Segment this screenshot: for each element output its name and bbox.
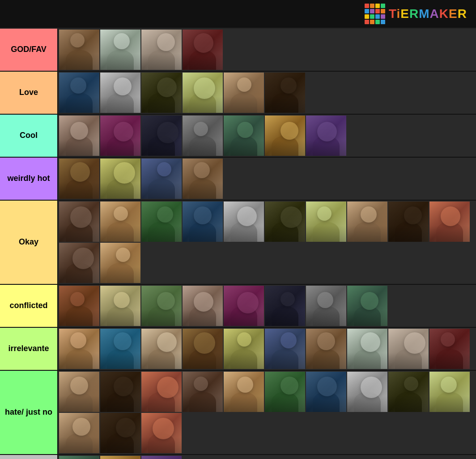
- character-card[interactable]: [224, 329, 264, 369]
- tier-row-cool: Cool: [0, 115, 476, 158]
- tier-content-love: [57, 72, 476, 114]
- character-card[interactable]: [141, 329, 182, 369]
- logo-dot: [365, 9, 369, 13]
- character-card[interactable]: [388, 329, 429, 369]
- logo-dot: [375, 9, 380, 13]
- character-card[interactable]: [59, 116, 99, 156]
- logo-dot: [370, 4, 374, 8]
- tier-row-irrelevante: irrelevante: [0, 328, 476, 371]
- character-card[interactable]: [183, 372, 223, 412]
- character-card[interactable]: [59, 159, 99, 199]
- character-card[interactable]: [265, 372, 305, 412]
- tier-content-weirdly: [57, 158, 476, 200]
- character-card[interactable]: [429, 202, 470, 242]
- tier-label-god: GOD/FAV: [0, 29, 57, 71]
- character-card[interactable]: [100, 286, 140, 326]
- character-card[interactable]: [59, 329, 99, 369]
- character-card[interactable]: [306, 286, 346, 326]
- character-card[interactable]: [100, 116, 140, 156]
- character-card[interactable]: [224, 202, 264, 242]
- character-card[interactable]: [183, 30, 223, 70]
- character-card[interactable]: [59, 243, 99, 283]
- character-card[interactable]: [388, 202, 429, 242]
- character-card[interactable]: [265, 202, 305, 242]
- character-card[interactable]: [59, 73, 99, 113]
- character-card[interactable]: [141, 456, 182, 459]
- tier-label-weirdly: weirdly hot: [0, 158, 57, 200]
- logo-dot: [365, 14, 369, 19]
- tier-row-god: GOD/FAV: [0, 29, 476, 72]
- character-card[interactable]: [306, 202, 346, 242]
- character-card[interactable]: [183, 329, 223, 369]
- tier-label-hate: hate/ just no: [0, 371, 57, 454]
- character-card[interactable]: [100, 159, 140, 199]
- character-card[interactable]: [141, 202, 182, 242]
- character-card[interactable]: [224, 372, 264, 412]
- character-card[interactable]: [224, 116, 264, 156]
- character-card[interactable]: [183, 286, 223, 326]
- character-card[interactable]: [100, 30, 140, 70]
- logo-grid: [365, 4, 385, 24]
- logo-dot: [381, 14, 385, 19]
- tier-content-irrelevante: [57, 328, 476, 370]
- character-card[interactable]: [183, 116, 223, 156]
- character-card[interactable]: [100, 329, 140, 369]
- character-card[interactable]: [347, 286, 387, 326]
- character-card[interactable]: [183, 202, 223, 242]
- character-card[interactable]: [306, 116, 346, 156]
- tier-label-cool: Cool: [0, 115, 57, 157]
- character-card[interactable]: [100, 372, 140, 412]
- character-card[interactable]: [347, 329, 387, 369]
- tier-content-hate: [57, 371, 476, 454]
- logo-dot: [375, 20, 380, 24]
- logo-dot: [370, 14, 374, 19]
- logo-dot: [370, 20, 374, 24]
- character-card[interactable]: [183, 159, 223, 199]
- character-card[interactable]: [141, 413, 182, 453]
- logo-dot: [375, 4, 380, 8]
- tier-label-okay: Okay: [0, 201, 57, 284]
- character-card[interactable]: [100, 456, 140, 459]
- character-card[interactable]: [59, 372, 99, 412]
- character-card[interactable]: [347, 372, 387, 412]
- tiermaker-logo: TiERMAKER: [365, 4, 467, 24]
- character-card[interactable]: [59, 456, 99, 459]
- logo-dot: [375, 14, 380, 19]
- character-card[interactable]: [141, 372, 182, 412]
- character-card[interactable]: [347, 202, 387, 242]
- character-card[interactable]: [224, 286, 264, 326]
- character-card[interactable]: [100, 413, 140, 453]
- character-card[interactable]: [141, 73, 182, 113]
- character-card[interactable]: [306, 372, 346, 412]
- tier-row-crazy: crazy but hot or kinda funny: [0, 455, 476, 459]
- character-card[interactable]: [388, 372, 429, 412]
- tier-content-conflicted: [57, 285, 476, 327]
- tier-row-okay: Okay: [0, 201, 476, 285]
- character-card[interactable]: [265, 329, 305, 369]
- character-card[interactable]: [265, 286, 305, 326]
- character-card[interactable]: [224, 73, 264, 113]
- character-card[interactable]: [59, 286, 99, 326]
- character-card[interactable]: [59, 413, 99, 453]
- tier-row-love: Love: [0, 72, 476, 115]
- character-card[interactable]: [141, 30, 182, 70]
- tier-content-crazy: [57, 455, 476, 459]
- character-card[interactable]: [141, 286, 182, 326]
- character-card[interactable]: [141, 159, 182, 199]
- logo-dot: [365, 4, 369, 8]
- character-card[interactable]: [265, 116, 305, 156]
- character-card[interactable]: [429, 372, 470, 412]
- character-card[interactable]: [265, 73, 305, 113]
- character-card[interactable]: [183, 73, 223, 113]
- character-card[interactable]: [59, 202, 99, 242]
- character-card[interactable]: [141, 116, 182, 156]
- tier-label-crazy: crazy but hot or kinda funny: [0, 455, 57, 459]
- character-card[interactable]: [100, 243, 140, 283]
- tier-content-okay: [57, 201, 476, 284]
- character-card[interactable]: [429, 329, 470, 369]
- logo-dot: [370, 9, 374, 13]
- character-card[interactable]: [306, 329, 346, 369]
- character-card[interactable]: [100, 202, 140, 242]
- character-card[interactable]: [59, 30, 99, 70]
- character-card[interactable]: [100, 73, 140, 113]
